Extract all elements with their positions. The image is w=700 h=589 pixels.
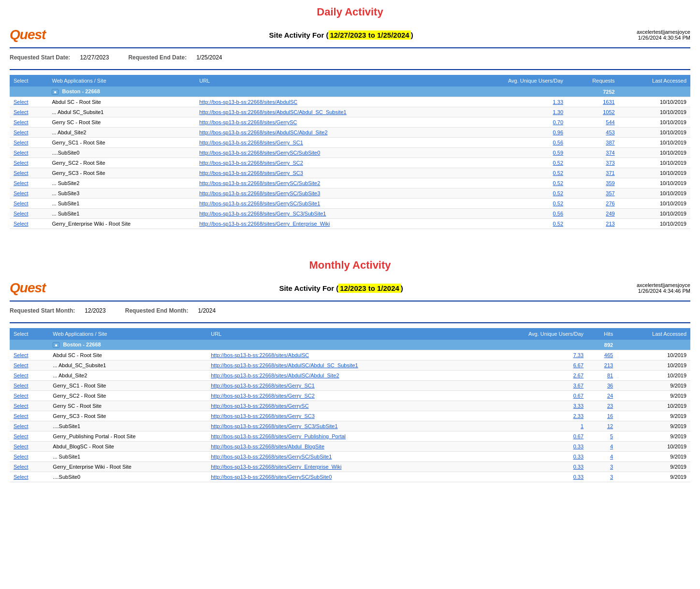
daily-url-link[interactable]: http://bos-sp13-b-ss:22668/sites/Gerry_S… (199, 170, 303, 176)
monthly-select-link[interactable]: Select (14, 362, 29, 368)
monthly-url-link[interactable]: http://bos-sp13-b-ss:22668/sites/GerrySC… (211, 474, 332, 480)
daily-select-cell[interactable]: Select (10, 178, 48, 188)
monthly-select-link[interactable]: Select (14, 352, 29, 358)
daily-url-cell[interactable]: http://bos-sp13-b-ss:22668/sites/GerrySC… (195, 148, 460, 158)
daily-url-link[interactable]: http://bos-sp13-b-ss:22668/sites/GerrySC… (199, 180, 320, 186)
daily-url-link[interactable]: http://bos-sp13-b-ss:22668/sites/AbdulSC… (199, 129, 327, 135)
daily-select-link[interactable]: Select (14, 140, 29, 145)
daily-url-link[interactable]: http://bos-sp13-b-ss:22668/sites/Gerry_S… (199, 160, 303, 166)
daily-select-link[interactable]: Select (14, 180, 29, 186)
daily-select-link[interactable]: Select (14, 119, 29, 125)
monthly-url-link[interactable]: http://bos-sp13-b-ss:22668/sites/Gerry_P… (211, 433, 346, 439)
daily-select-link[interactable]: Select (14, 129, 29, 135)
monthly-url-link[interactable]: http://bos-sp13-b-ss:22668/sites/GerrySC… (211, 454, 332, 460)
daily-select-link[interactable]: Select (14, 99, 29, 105)
monthly-url-cell[interactable]: http://bos-sp13-b-ss:22668/sites/Gerry_S… (207, 381, 478, 391)
daily-url-link[interactable]: http://bos-sp13-b-ss:22668/sites/GerrySC… (199, 190, 320, 196)
monthly-select-cell[interactable]: Select (10, 452, 49, 462)
monthly-url-link[interactable]: http://bos-sp13-b-ss:22668/sites/Abdul_B… (211, 444, 324, 449)
daily-select-cell[interactable]: Select (10, 97, 48, 107)
daily-url-cell[interactable]: http://bos-sp13-b-ss:22668/sites/Gerry_E… (195, 219, 460, 229)
monthly-url-cell[interactable]: http://bos-sp13-b-ss:22668/sites/AbdulSC… (207, 360, 478, 371)
daily-select-link[interactable]: Select (14, 160, 29, 166)
monthly-url-cell[interactable]: http://bos-sp13-b-ss:22668/sites/GerrySC… (207, 472, 478, 482)
daily-select-link[interactable]: Select (14, 170, 29, 176)
daily-select-cell[interactable]: Select (10, 209, 48, 219)
monthly-url-link[interactable]: http://bos-sp13-b-ss:22668/sites/Gerry_S… (211, 413, 315, 419)
monthly-url-cell[interactable]: http://bos-sp13-b-ss:22668/sites/Gerry_E… (207, 462, 478, 472)
daily-url-link[interactable]: http://bos-sp13-b-ss:22668/sites/Gerry_S… (199, 211, 326, 216)
daily-select-link[interactable]: Select (14, 150, 29, 156)
monthly-select-cell[interactable]: Select (10, 401, 49, 411)
monthly-select-link[interactable]: Select (14, 403, 29, 409)
daily-url-link[interactable]: http://bos-sp13-b-ss:22668/sites/Gerry_E… (199, 221, 330, 227)
monthly-select-cell[interactable]: Select (10, 350, 49, 360)
monthly-select-cell[interactable]: Select (10, 421, 49, 431)
daily-url-cell[interactable]: http://bos-sp13-b-ss:22668/sites/GerrySC… (195, 199, 460, 209)
daily-select-link[interactable]: Select (14, 211, 29, 216)
daily-select-cell[interactable]: Select (10, 117, 48, 128)
monthly-select-link[interactable]: Select (14, 433, 29, 439)
monthly-select-link[interactable]: Select (14, 373, 29, 378)
daily-url-cell[interactable]: http://bos-sp13-b-ss:22668/sites/AbdulSC… (195, 107, 460, 117)
daily-select-cell[interactable]: Select (10, 188, 48, 199)
monthly-select-link[interactable]: Select (14, 383, 29, 388)
monthly-url-cell[interactable]: http://bos-sp13-b-ss:22668/sites/AbdulSC… (207, 371, 478, 381)
daily-url-cell[interactable]: http://bos-sp13-b-ss:22668/sites/GerrySC… (195, 188, 460, 199)
daily-url-link[interactable]: http://bos-sp13-b-ss:22668/sites/Gerry_S… (199, 140, 303, 145)
monthly-url-cell[interactable]: http://bos-sp13-b-ss:22668/sites/AbdulSC (207, 350, 478, 360)
daily-url-link[interactable]: http://bos-sp13-b-ss:22668/sites/AbdulSC (199, 99, 297, 105)
monthly-url-link[interactable]: http://bos-sp13-b-ss:22668/sites/GerrySC (211, 403, 308, 409)
daily-url-link[interactable]: http://bos-sp13-b-ss:22668/sites/AbdulSC… (199, 109, 347, 115)
daily-select-cell[interactable]: Select (10, 199, 48, 209)
daily-select-link[interactable]: Select (14, 109, 29, 115)
monthly-url-cell[interactable]: http://bos-sp13-b-ss:22668/sites/GerrySC (207, 401, 478, 411)
monthly-url-cell[interactable]: http://bos-sp13-b-ss:22668/sites/Abdul_B… (207, 442, 478, 452)
daily-select-cell[interactable]: Select (10, 219, 48, 229)
daily-select-cell[interactable]: Select (10, 128, 48, 138)
monthly-select-link[interactable]: Select (14, 393, 29, 399)
daily-select-cell[interactable]: Select (10, 158, 48, 168)
monthly-select-link[interactable]: Select (14, 464, 29, 470)
daily-url-cell[interactable]: http://bos-sp13-b-ss:22668/sites/GerrySC (195, 117, 460, 128)
monthly-select-link[interactable]: Select (14, 474, 29, 480)
monthly-url-link[interactable]: http://bos-sp13-b-ss:22668/sites/AbdulSC… (211, 362, 358, 368)
monthly-select-cell[interactable]: Select (10, 431, 49, 442)
monthly-select-link[interactable]: Select (14, 454, 29, 460)
daily-select-cell[interactable]: Select (10, 138, 48, 148)
monthly-select-cell[interactable]: Select (10, 391, 49, 401)
monthly-select-cell[interactable]: Select (10, 360, 49, 371)
monthly-select-link[interactable]: Select (14, 423, 29, 429)
daily-select-link[interactable]: Select (14, 190, 29, 196)
monthly-url-cell[interactable]: http://bos-sp13-b-ss:22668/sites/Gerry_P… (207, 431, 478, 442)
daily-url-cell[interactable]: http://bos-sp13-b-ss:22668/sites/Gerry_S… (195, 209, 460, 219)
monthly-url-link[interactable]: http://bos-sp13-b-ss:22668/sites/Gerry_S… (211, 393, 315, 399)
monthly-select-cell[interactable]: Select (10, 371, 49, 381)
daily-url-cell[interactable]: http://bos-sp13-b-ss:22668/sites/AbdulSC (195, 97, 460, 107)
monthly-url-cell[interactable]: http://bos-sp13-b-ss:22668/sites/Gerry_S… (207, 421, 478, 431)
monthly-select-link[interactable]: Select (14, 444, 29, 449)
monthly-select-cell[interactable]: Select (10, 472, 49, 482)
daily-url-link[interactable]: http://bos-sp13-b-ss:22668/sites/GerrySC (199, 119, 297, 125)
monthly-select-cell[interactable]: Select (10, 381, 49, 391)
monthly-url-cell[interactable]: http://bos-sp13-b-ss:22668/sites/GerrySC… (207, 452, 478, 462)
monthly-url-link[interactable]: http://bos-sp13-b-ss:22668/sites/Gerry_S… (211, 383, 315, 388)
daily-select-cell[interactable]: Select (10, 168, 48, 178)
monthly-select-cell[interactable]: Select (10, 462, 49, 472)
monthly-url-cell[interactable]: http://bos-sp13-b-ss:22668/sites/Gerry_S… (207, 391, 478, 401)
daily-url-link[interactable]: http://bos-sp13-b-ss:22668/sites/GerrySC… (199, 201, 320, 206)
monthly-select-link[interactable]: Select (14, 413, 29, 419)
monthly-select-cell[interactable]: Select (10, 442, 49, 452)
daily-url-link[interactable]: http://bos-sp13-b-ss:22668/sites/GerrySC… (199, 150, 320, 156)
daily-url-cell[interactable]: http://bos-sp13-b-ss:22668/sites/Gerry_S… (195, 158, 460, 168)
daily-select-cell[interactable]: Select (10, 107, 48, 117)
daily-select-link[interactable]: Select (14, 201, 29, 206)
daily-url-cell[interactable]: http://bos-sp13-b-ss:22668/sites/Gerry_S… (195, 168, 460, 178)
monthly-url-link[interactable]: http://bos-sp13-b-ss:22668/sites/AbdulSC (211, 352, 309, 358)
monthly-url-cell[interactable]: http://bos-sp13-b-ss:22668/sites/Gerry_S… (207, 411, 478, 421)
daily-select-link[interactable]: Select (14, 221, 29, 227)
monthly-select-cell[interactable]: Select (10, 411, 49, 421)
monthly-url-link[interactable]: http://bos-sp13-b-ss:22668/sites/Gerry_E… (211, 464, 341, 470)
daily-url-cell[interactable]: http://bos-sp13-b-ss:22668/sites/GerrySC… (195, 178, 460, 188)
monthly-url-link[interactable]: http://bos-sp13-b-ss:22668/sites/AbdulSC… (211, 373, 339, 378)
